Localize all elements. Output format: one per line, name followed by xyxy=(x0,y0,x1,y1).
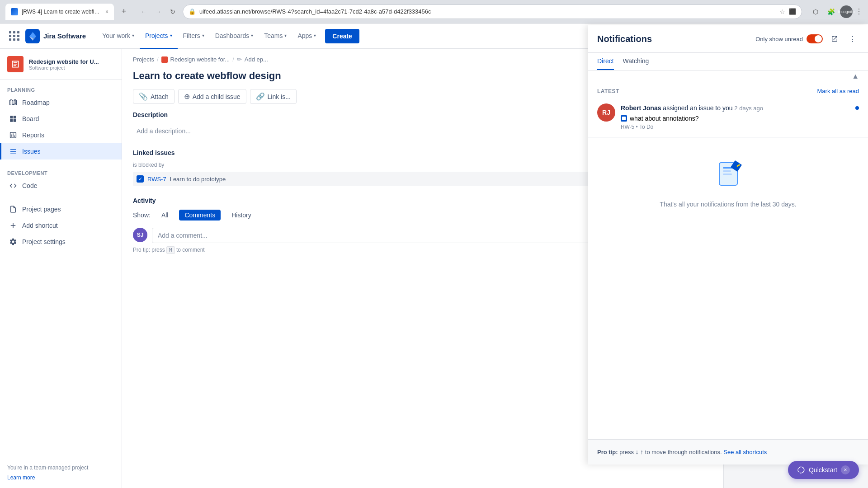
nav-item-apps[interactable]: Apps ▾ xyxy=(292,23,321,49)
nav-item-projects[interactable]: Projects ▾ xyxy=(140,23,178,49)
sidebar-item-code[interactable]: Code xyxy=(0,178,122,194)
unread-indicator xyxy=(855,106,859,110)
nav-item-filters[interactable]: Filters ▾ xyxy=(178,23,210,49)
nav-item-teams[interactable]: Teams ▾ xyxy=(259,23,292,49)
filter-all-btn[interactable]: All xyxy=(156,210,174,221)
learn-more-link[interactable]: Learn more xyxy=(0,474,122,484)
notification-body: ▲ LATEST Mark all as read RJ Robert Jona… xyxy=(588,70,868,439)
extension-btn-2[interactable]: 🧩 xyxy=(825,5,837,18)
breadcrumb-projects[interactable]: Projects xyxy=(133,56,154,63)
nav-arrow-projects: ▾ xyxy=(170,33,172,38)
add-child-label: Add a child issue xyxy=(193,93,241,100)
jira-logo-icon xyxy=(25,29,40,43)
new-tab-btn[interactable]: + xyxy=(118,5,130,18)
sidebar-item-issues[interactable]: Issues xyxy=(0,143,122,160)
notif-issue-type-icon xyxy=(621,115,627,122)
address-bar[interactable]: 🔒 uifeed.atlassian.net/browse/RWS-4?sear… xyxy=(183,5,802,19)
cast-icon[interactable]: ⬛ xyxy=(789,8,796,15)
sidebar-item-reports[interactable]: Reports xyxy=(0,127,122,143)
notif-action: assigned an issue to you xyxy=(663,104,734,112)
see-all-shortcuts-link[interactable]: See all shortcuts xyxy=(723,449,767,455)
project-settings-icon xyxy=(9,237,18,246)
browser-extensions: ⬡ 🧩 Incognito ⋮ xyxy=(809,5,863,18)
linked-issue-checkbox[interactable]: ✓ xyxy=(137,175,144,183)
commenter-avatar: SJ xyxy=(133,228,147,242)
roadmap-icon xyxy=(9,98,18,107)
create-button[interactable]: Create xyxy=(325,29,359,43)
refresh-btn[interactable]: ↻ xyxy=(166,5,179,18)
breadcrumb-project[interactable]: Redesign website for... xyxy=(170,56,230,63)
toggle-knob xyxy=(815,35,822,42)
link-issue-btn[interactable]: 🔗 Link is... xyxy=(250,89,297,104)
quickstart-label: Quickstart xyxy=(809,466,837,474)
quickstart-icon xyxy=(797,466,805,474)
nav-label-your-work: Your work xyxy=(102,32,130,39)
sidebar-item-project-pages[interactable]: Project pages xyxy=(0,201,122,217)
collapse-arrow-icon: ▲ xyxy=(852,72,859,80)
filter-comments-btn[interactable]: Comments xyxy=(179,210,221,221)
browser-menu-btn[interactable]: ⋮ xyxy=(855,7,863,16)
unread-toggle[interactable] xyxy=(807,34,823,43)
open-external-icon[interactable] xyxy=(828,33,841,45)
nav-item-your-work[interactable]: Your work ▾ xyxy=(97,23,140,49)
quickstart-close-btn[interactable]: × xyxy=(841,465,850,474)
address-text: uifeed.atlassian.net/browse/RWS-4?search… xyxy=(199,8,776,15)
filter-history-btn[interactable]: History xyxy=(226,210,257,221)
sidebar-roadmap-label: Roadmap xyxy=(22,99,50,106)
sidebar-issues-label: Issues xyxy=(22,148,40,155)
linked-issue-key[interactable]: RWS-7 xyxy=(147,176,166,183)
forward-btn[interactable]: → xyxy=(152,5,165,18)
pro-tip-label: Pro tip: xyxy=(597,449,618,455)
notif-issue-icon-inner xyxy=(622,117,626,120)
sidebar-project[interactable]: Redesign website for U... Software proje… xyxy=(0,49,122,80)
tab-favicon xyxy=(11,8,18,15)
incognito-profile[interactable]: Incognito xyxy=(840,5,853,18)
tab-title: [RWS-4] Learn to create webflow... xyxy=(22,9,102,15)
sidebar-code-label: Code xyxy=(22,182,37,189)
sidebar-item-project-settings[interactable]: Project settings xyxy=(0,234,122,250)
bookmark-icon[interactable]: ☆ xyxy=(779,8,785,15)
project-name: Redesign website for U... xyxy=(29,58,114,65)
notif-author: Robert Jonas xyxy=(621,104,661,112)
apps-grid-btn[interactable] xyxy=(7,29,22,43)
sidebar-item-add-shortcut[interactable]: Add shortcut xyxy=(0,217,122,234)
sidebar-item-board[interactable]: Board xyxy=(0,111,122,127)
add-child-issue-btn[interactable]: ⊕ Add a child issue xyxy=(178,89,246,104)
other-section: Project pages Add shortcut Project setti… xyxy=(0,197,122,253)
project-pages-icon xyxy=(9,205,18,214)
dev-section: DEVELOPMENT Code xyxy=(0,163,122,197)
empty-text: That's all your notifications from the l… xyxy=(660,199,796,209)
breadcrumb-epic[interactable]: Add ep... xyxy=(245,56,268,63)
nav-arrow-teams: ▾ xyxy=(284,33,287,38)
linked-issue-title: Learn to do prototype xyxy=(170,176,226,183)
browser-tab[interactable]: [RWS-4] Learn to create webflow... × xyxy=(5,4,114,20)
nav-label-dashboards: Dashboards xyxy=(215,32,250,39)
notification-item[interactable]: RJ Robert Jonas assigned an issue to you… xyxy=(588,96,868,138)
sidebar-board-label: Board xyxy=(22,115,39,122)
mark-all-read-btn[interactable]: Mark all as read xyxy=(817,88,859,94)
attach-btn[interactable]: 📎 Attach xyxy=(133,89,175,104)
quickstart-btn[interactable]: Quickstart × xyxy=(788,461,859,479)
nav-item-dashboards[interactable]: Dashboards ▾ xyxy=(210,23,259,49)
notification-title: Notifications xyxy=(597,34,750,44)
notification-section-header: LATEST Mark all as read xyxy=(588,82,868,96)
notification-empty: That's all your notifications from the l… xyxy=(588,138,868,227)
sidebar-add-shortcut-label: Add shortcut xyxy=(22,222,58,229)
tab-close-btn[interactable]: × xyxy=(105,9,108,15)
only-unread-control: Only show unread xyxy=(755,34,823,43)
back-btn[interactable]: ← xyxy=(137,5,150,18)
code-icon xyxy=(9,181,18,190)
dev-label: DEVELOPMENT xyxy=(0,167,122,178)
comment-tip-suffix: to comment xyxy=(176,247,205,253)
tab-watching[interactable]: Watching xyxy=(623,53,649,70)
team-note: You're in a team-managed project xyxy=(0,461,122,474)
extension-btn-1[interactable]: ⬡ xyxy=(809,5,822,18)
pro-tip-press: press xyxy=(619,449,635,455)
jira-logo[interactable]: Jira Software xyxy=(25,29,86,43)
notification-more-btn[interactable]: ⋮ xyxy=(846,33,859,45)
only-unread-label: Only show unread xyxy=(755,36,803,42)
collapse-btn[interactable]: ▲ xyxy=(588,70,868,82)
nav-label-filters: Filters xyxy=(183,32,200,39)
tab-direct[interactable]: Direct xyxy=(597,53,614,70)
sidebar-item-roadmap[interactable]: Roadmap xyxy=(0,94,122,111)
